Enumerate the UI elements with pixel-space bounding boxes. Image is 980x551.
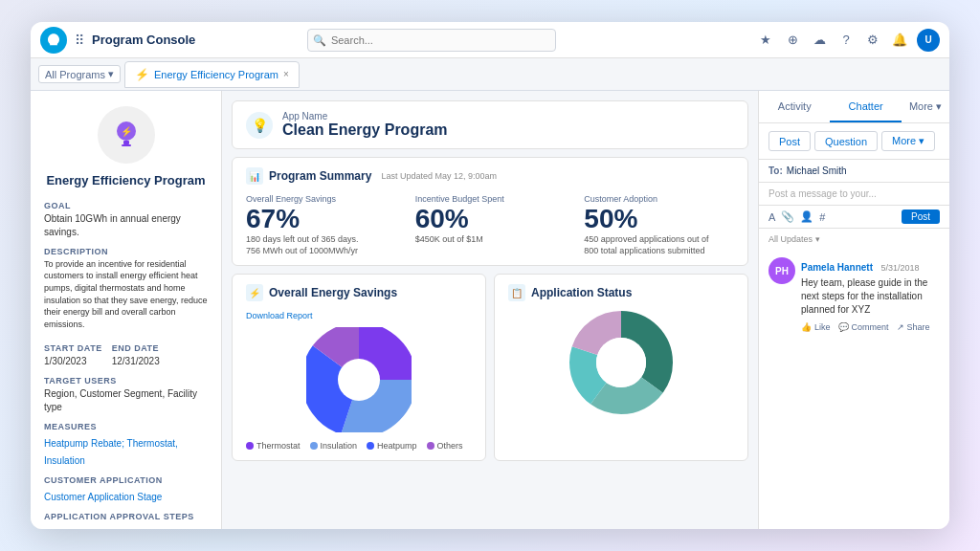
target-users-value: Region, Customer Segment, Facility type [44, 387, 208, 414]
application-chart-title: Application Status [531, 286, 632, 299]
help-icon[interactable]: ? [836, 31, 856, 50]
program-title: Energy Efficiency Program [44, 173, 208, 189]
summary-title: Program Summary [269, 169, 371, 183]
legend-thermostat: Thermostat [246, 441, 301, 451]
tab-chatter[interactable]: Chatter [830, 91, 901, 122]
tab-bar: All Programs ▾ ⚡ Energy Efficiency Progr… [31, 58, 949, 91]
search-container: 🔍 [307, 29, 556, 52]
right-panel: Activity Chatter More ▾ Post Question Mo… [758, 91, 949, 529]
chatter-post: PH Pamela Hannett 5/31/2018 Hey team, pl… [759, 250, 949, 340]
summary-icon: 📊 [246, 167, 263, 185]
legend-others: Others [427, 441, 463, 451]
add-icon[interactable]: ⊕ [783, 31, 802, 50]
tab-close-button[interactable]: × [283, 69, 289, 79]
metric-adoption-value: 50% [584, 206, 734, 232]
mention-icon[interactable]: 👤 [800, 210, 813, 223]
post-text: Hey team, please guide in the next steps… [801, 276, 940, 317]
app-name-label: App Name [282, 111, 448, 121]
updates-dropdown[interactable]: All Updates ▾ [759, 229, 949, 250]
to-field: To: Michael Smith [759, 160, 949, 183]
all-programs-tab[interactable]: All Programs ▾ [38, 65, 121, 83]
metric-energy-sub2: 756 MWh out of 1000MWh/yr [246, 246, 396, 255]
search-input[interactable] [307, 29, 556, 52]
like-button[interactable]: 👍 Like [801, 322, 831, 332]
nav-right: ★ ⊕ ☁ ? ⚙ 🔔 U [756, 29, 940, 52]
cloud-icon[interactable]: ☁ [810, 31, 829, 50]
attachment-icon[interactable]: 📎 [781, 210, 794, 223]
more-action-button[interactable]: More ▾ [881, 131, 935, 151]
favorites-icon[interactable]: ★ [756, 31, 775, 50]
energy-chart-icon: ⚡ [246, 284, 263, 301]
post-author-name[interactable]: Pamela Hannett [801, 262, 873, 273]
customer-app-label: Customer Application [44, 475, 208, 485]
bulb-icon: 💡 [246, 112, 273, 139]
text-format-icon[interactable]: A [768, 211, 775, 223]
top-nav: ⠿ Program Console 🔍 ★ ⊕ ☁ ? ⚙ 🔔 U [31, 22, 949, 58]
to-value: Michael Smith [787, 165, 847, 176]
svg-rect-2 [122, 144, 131, 146]
goal-label: Goal [44, 201, 208, 210]
metric-adoption-label: Customer Adoption [584, 194, 734, 204]
energy-chart-card: ⚡ Overall Energy Savings Download Report [232, 274, 486, 461]
browser-window: ⠿ Program Console 🔍 ★ ⊕ ☁ ? ⚙ 🔔 U All Pr… [31, 22, 949, 529]
app-console-label: Program Console [92, 33, 195, 47]
bolt-icon: ⚡ [135, 68, 149, 81]
measures-link[interactable]: Heatpump Rebate; Thermostat, Insulation [44, 438, 178, 466]
energy-chart-header: ⚡ Overall Energy Savings [246, 284, 472, 301]
approval-link[interactable]: Action Plan Steps [44, 528, 120, 529]
program-icon-circle: ⚡ [98, 106, 155, 164]
post-author-avatar: PH [768, 257, 795, 284]
metric-budget-sub: $450K out of $1M [415, 234, 566, 244]
legend-insulation: Insulation [310, 441, 358, 451]
share-button[interactable]: ↗ Share [897, 322, 930, 332]
goal-value: Obtain 10GWh in annual energy savings. [44, 212, 208, 239]
target-users-label: Target Users [44, 376, 208, 386]
to-label: To: [768, 165, 783, 176]
energy-program-tab[interactable]: ⚡ Energy Efficiency Program × [124, 61, 300, 88]
tab-activity[interactable]: Activity [759, 91, 830, 122]
post-submit-button[interactable]: Post [902, 209, 940, 224]
summary-updated: Last Updated May 12, 9:00am [381, 171, 497, 181]
share-icon: ↗ [897, 322, 904, 332]
right-tabs: Activity Chatter More ▾ [759, 91, 949, 123]
application-chart-card: 📋 Application Status [494, 274, 748, 461]
app-name-title: Clean Energy Program [282, 121, 448, 139]
main-content: ⚡ Energy Efficiency Program Goal Obtain … [31, 91, 949, 529]
customer-app-link[interactable]: Customer Application Stage [44, 492, 162, 502]
metric-energy-value: 67% [246, 206, 396, 232]
tab-more[interactable]: More ▾ [902, 91, 949, 122]
notifications-icon[interactable]: 🔔 [890, 31, 909, 50]
like-icon: 👍 [801, 322, 812, 332]
start-date-label: Start Date [44, 343, 102, 353]
application-chart-header: 📋 Application Status [508, 284, 734, 301]
app-name-header: 💡 App Name Clean Energy Program [232, 100, 748, 149]
user-avatar[interactable]: U [917, 29, 940, 52]
post-action-button[interactable]: Post [768, 131, 811, 151]
metric-budget-label: Incentive Budget Spent [415, 194, 566, 204]
metric-energy-savings: Overall Energy Savings 67% 180 days left… [246, 194, 396, 255]
hashtag-icon[interactable]: # [819, 211, 825, 223]
question-button[interactable]: Question [814, 131, 878, 151]
approval-label: Application Approval Steps [44, 512, 208, 521]
summary-header: 📊 Program Summary Last Updated May 12, 9… [246, 167, 734, 185]
message-toolbar: A 📎 👤 # Post [759, 206, 949, 229]
grid-icon[interactable]: ⠿ [75, 33, 84, 48]
comment-button[interactable]: 💬 Comment [838, 322, 889, 332]
comment-icon: 💬 [838, 322, 849, 332]
metric-adoption-sub2: 800 total applications submitted [584, 246, 734, 255]
post-date: 5/31/2018 [880, 263, 919, 273]
metric-energy-sub1: 180 days left out of 365 days. [246, 234, 396, 244]
charts-row: ⚡ Overall Energy Savings Download Report [232, 274, 748, 461]
salesforce-logo [40, 27, 67, 54]
settings-icon[interactable]: ⚙ [863, 31, 882, 50]
energy-pie-chart [246, 322, 472, 437]
metrics-row: Overall Energy Savings 67% 180 days left… [246, 194, 734, 255]
metric-budget-value: 60% [415, 206, 566, 232]
search-icon: 🔍 [313, 33, 326, 46]
message-placeholder: Post a message to your... [768, 188, 940, 199]
svg-point-8 [338, 359, 380, 401]
message-area[interactable]: Post a message to your... [759, 183, 949, 206]
download-report-link[interactable]: Download Report [246, 311, 313, 320]
legend-heatpump: Heatpump [367, 441, 417, 451]
metric-adoption: Customer Adoption 50% 450 approved appli… [584, 194, 734, 255]
